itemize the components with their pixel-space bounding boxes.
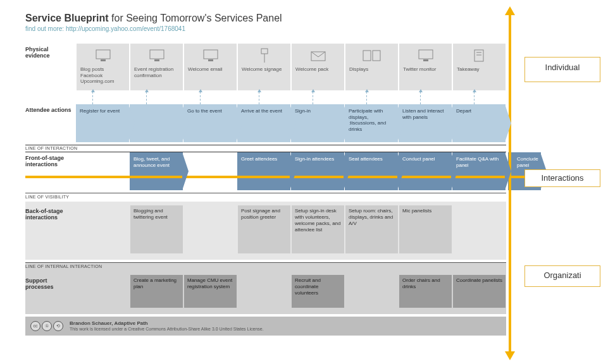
front-stage-step: Facilitate Q&A with panel Conclude panel — [452, 152, 506, 190]
lane-attendee-actions: Attendee actions — [25, 104, 76, 113]
physical-evidence-cell: Displays — [345, 44, 398, 90]
line-of-internal-interaction: LINE OF INTERNAL INTERACTION — [25, 262, 506, 271]
back-stage-box: Blogging and twittering event — [130, 205, 183, 253]
svg-rect-11 — [419, 50, 433, 59]
lane-front-stage: Front-of-stage interactions — [25, 152, 76, 167]
front-stage-step: Greet attendees — [237, 152, 290, 190]
attendee-step — [130, 104, 183, 142]
back-stage-box: Setup room: chairs, displays, drinks and… — [345, 205, 398, 253]
sign-icon — [256, 46, 273, 65]
back-stage-box: Mic panelists — [399, 205, 452, 253]
svg-rect-4 — [204, 50, 218, 59]
front-stage-step: Conduct panel — [399, 152, 452, 190]
support-box: Order chairs and drinks — [399, 275, 452, 308]
svg-rect-13 — [475, 50, 483, 61]
svg-rect-6 — [261, 49, 268, 54]
displays-icon — [363, 46, 382, 65]
support-box: Coordinate panelists — [453, 275, 506, 308]
front-stage-step: Sign-in attendees — [291, 152, 344, 190]
svg-rect-9 — [363, 51, 371, 61]
support-box: Create a marketing plan — [130, 275, 183, 308]
attendee-step: Arrive at the event — [237, 104, 290, 142]
attendee-step: Go to the event — [183, 104, 237, 142]
lane-back-stage: Back-of-stage interactions — [25, 205, 76, 221]
svg-rect-2 — [150, 50, 164, 59]
monitor-icon — [202, 46, 219, 65]
svg-rect-1 — [101, 59, 106, 61]
svg-rect-12 — [423, 59, 428, 61]
support-box: Recruit and coordinate volunteers — [292, 275, 344, 308]
attendee-step: Depart — [452, 104, 506, 142]
svg-rect-3 — [154, 59, 159, 61]
support-band: Support processes Create a marketing pla… — [25, 271, 506, 314]
document-icon — [473, 46, 487, 65]
attendee-step: Listen and interact with panels — [399, 104, 452, 142]
support-box: Manage CMU event registration system — [184, 275, 237, 308]
back-stage-box: Post signage and position greeter — [238, 205, 290, 253]
front-stage-step: Seat attendees — [345, 152, 398, 190]
physical-evidence-cell: Welcome email — [184, 44, 237, 90]
author: Brandon Schauer, Adaptive Path — [70, 320, 148, 326]
subtitle-link[interactable]: http://upcoming.yahoo.com/event/1768041 — [66, 25, 185, 32]
annotation-organization: Organizati — [524, 265, 600, 287]
title-rest: for Seeing Tomorrow's Services Panel — [109, 13, 282, 23]
diagram-title: Service Blueprint for Seeing Tomorrow's … — [25, 13, 506, 24]
physical-evidence-cell: Event registration confirmation — [130, 44, 183, 90]
svg-rect-5 — [208, 59, 213, 61]
envelope-icon — [310, 46, 326, 65]
line-of-visibility: LINE OF VISIBILITY — [25, 193, 506, 202]
svg-rect-0 — [96, 50, 110, 59]
back-stage-box: Setup sign-in desk with volunteers, welc… — [292, 205, 344, 253]
annotation-individual: Individual — [524, 57, 600, 82]
physical-evidence-cell: Welcome pack — [292, 44, 344, 90]
back-stage-band: Back-of-stage interactions Blogging and … — [25, 202, 506, 260]
blueprint-grid: Physical evidence Blog posts Facebook Up… — [25, 44, 506, 336]
physical-evidence-cell: Takeaway — [453, 44, 506, 90]
physical-evidence-cell: Blog posts Facebook Upcoming.com — [77, 44, 129, 90]
service-blueprint-diagram: Service Blueprint for Seeing Tomorrow's … — [25, 13, 506, 336]
monitor-icon — [95, 46, 111, 65]
license-text: This work is licensed under a Creative C… — [70, 327, 264, 331]
monitor-icon — [418, 46, 434, 65]
attendee-step: Participate with displays, discussions, … — [345, 104, 398, 142]
lane-physical-evidence: Physical evidence — [25, 44, 76, 59]
lane-support: Support processes — [25, 275, 76, 290]
monitor-icon — [149, 46, 165, 65]
cc-license-icon: cc①⟲ — [30, 321, 63, 331]
diagram-subtitle: find out more: http://upcoming.yahoo.com… — [25, 25, 506, 32]
attendee-step: Register for event — [76, 104, 129, 142]
annotation-interactions: Interactions — [524, 169, 600, 187]
physical-evidence-cell: Twitter monitor — [399, 44, 452, 90]
line-of-interaction: LINE OF INTERACTION — [25, 145, 506, 152]
svg-rect-10 — [373, 51, 380, 61]
front-stage-step: Blog, tweet, and announce event — [130, 152, 183, 190]
physical-evidence-cell: Welcome signage — [238, 44, 290, 90]
footer: cc①⟲ Brandon Schauer, Adaptive PathThis … — [25, 317, 506, 336]
attendee-step: Sign-in — [291, 104, 344, 142]
title-bold: Service Blueprint — [25, 13, 109, 23]
